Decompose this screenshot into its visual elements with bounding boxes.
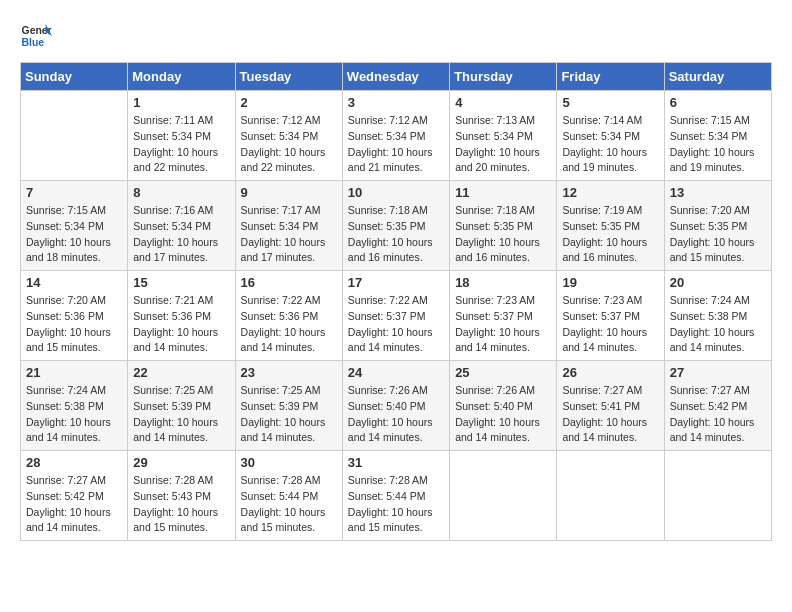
day-info: Sunrise: 7:28 AMSunset: 5:44 PMDaylight:… <box>348 473 444 536</box>
day-number: 20 <box>670 275 766 290</box>
day-info: Sunrise: 7:23 AMSunset: 5:37 PMDaylight:… <box>455 293 551 356</box>
weekday-monday: Monday <box>128 63 235 91</box>
calendar-cell: 4Sunrise: 7:13 AMSunset: 5:34 PMDaylight… <box>450 91 557 181</box>
weekday-friday: Friday <box>557 63 664 91</box>
day-number: 26 <box>562 365 658 380</box>
day-info: Sunrise: 7:27 AMSunset: 5:42 PMDaylight:… <box>670 383 766 446</box>
calendar-cell: 26Sunrise: 7:27 AMSunset: 5:41 PMDayligh… <box>557 361 664 451</box>
week-row-0: 1Sunrise: 7:11 AMSunset: 5:34 PMDaylight… <box>21 91 772 181</box>
calendar-cell: 23Sunrise: 7:25 AMSunset: 5:39 PMDayligh… <box>235 361 342 451</box>
day-number: 31 <box>348 455 444 470</box>
day-info: Sunrise: 7:14 AMSunset: 5:34 PMDaylight:… <box>562 113 658 176</box>
day-info: Sunrise: 7:25 AMSunset: 5:39 PMDaylight:… <box>133 383 229 446</box>
day-number: 21 <box>26 365 122 380</box>
calendar-cell: 31Sunrise: 7:28 AMSunset: 5:44 PMDayligh… <box>342 451 449 541</box>
day-info: Sunrise: 7:23 AMSunset: 5:37 PMDaylight:… <box>562 293 658 356</box>
day-info: Sunrise: 7:22 AMSunset: 5:36 PMDaylight:… <box>241 293 337 356</box>
day-info: Sunrise: 7:18 AMSunset: 5:35 PMDaylight:… <box>455 203 551 266</box>
day-number: 12 <box>562 185 658 200</box>
weekday-wednesday: Wednesday <box>342 63 449 91</box>
day-number: 11 <box>455 185 551 200</box>
calendar-cell: 30Sunrise: 7:28 AMSunset: 5:44 PMDayligh… <box>235 451 342 541</box>
day-number: 22 <box>133 365 229 380</box>
calendar-table: SundayMondayTuesdayWednesdayThursdayFrid… <box>20 62 772 541</box>
calendar-cell: 25Sunrise: 7:26 AMSunset: 5:40 PMDayligh… <box>450 361 557 451</box>
calendar-cell: 29Sunrise: 7:28 AMSunset: 5:43 PMDayligh… <box>128 451 235 541</box>
calendar-cell <box>450 451 557 541</box>
day-info: Sunrise: 7:28 AMSunset: 5:44 PMDaylight:… <box>241 473 337 536</box>
weekday-saturday: Saturday <box>664 63 771 91</box>
day-number: 29 <box>133 455 229 470</box>
calendar-cell: 15Sunrise: 7:21 AMSunset: 5:36 PMDayligh… <box>128 271 235 361</box>
calendar-cell: 28Sunrise: 7:27 AMSunset: 5:42 PMDayligh… <box>21 451 128 541</box>
day-info: Sunrise: 7:22 AMSunset: 5:37 PMDaylight:… <box>348 293 444 356</box>
week-row-2: 14Sunrise: 7:20 AMSunset: 5:36 PMDayligh… <box>21 271 772 361</box>
day-number: 16 <box>241 275 337 290</box>
day-info: Sunrise: 7:19 AMSunset: 5:35 PMDaylight:… <box>562 203 658 266</box>
calendar-cell: 6Sunrise: 7:15 AMSunset: 5:34 PMDaylight… <box>664 91 771 181</box>
day-number: 15 <box>133 275 229 290</box>
day-number: 6 <box>670 95 766 110</box>
calendar-cell: 17Sunrise: 7:22 AMSunset: 5:37 PMDayligh… <box>342 271 449 361</box>
day-info: Sunrise: 7:27 AMSunset: 5:42 PMDaylight:… <box>26 473 122 536</box>
calendar-cell: 21Sunrise: 7:24 AMSunset: 5:38 PMDayligh… <box>21 361 128 451</box>
day-info: Sunrise: 7:18 AMSunset: 5:35 PMDaylight:… <box>348 203 444 266</box>
calendar-cell <box>557 451 664 541</box>
logo-icon: General Blue <box>20 20 52 52</box>
day-number: 10 <box>348 185 444 200</box>
day-info: Sunrise: 7:26 AMSunset: 5:40 PMDaylight:… <box>348 383 444 446</box>
day-number: 28 <box>26 455 122 470</box>
day-info: Sunrise: 7:17 AMSunset: 5:34 PMDaylight:… <box>241 203 337 266</box>
calendar-cell: 22Sunrise: 7:25 AMSunset: 5:39 PMDayligh… <box>128 361 235 451</box>
calendar-cell: 7Sunrise: 7:15 AMSunset: 5:34 PMDaylight… <box>21 181 128 271</box>
calendar-cell: 18Sunrise: 7:23 AMSunset: 5:37 PMDayligh… <box>450 271 557 361</box>
day-info: Sunrise: 7:12 AMSunset: 5:34 PMDaylight:… <box>348 113 444 176</box>
calendar-cell: 2Sunrise: 7:12 AMSunset: 5:34 PMDaylight… <box>235 91 342 181</box>
week-row-3: 21Sunrise: 7:24 AMSunset: 5:38 PMDayligh… <box>21 361 772 451</box>
weekday-sunday: Sunday <box>21 63 128 91</box>
calendar-cell <box>21 91 128 181</box>
calendar-cell <box>664 451 771 541</box>
calendar-cell: 20Sunrise: 7:24 AMSunset: 5:38 PMDayligh… <box>664 271 771 361</box>
week-row-4: 28Sunrise: 7:27 AMSunset: 5:42 PMDayligh… <box>21 451 772 541</box>
day-number: 4 <box>455 95 551 110</box>
day-number: 13 <box>670 185 766 200</box>
day-info: Sunrise: 7:24 AMSunset: 5:38 PMDaylight:… <box>670 293 766 356</box>
calendar-cell: 13Sunrise: 7:20 AMSunset: 5:35 PMDayligh… <box>664 181 771 271</box>
day-number: 14 <box>26 275 122 290</box>
day-info: Sunrise: 7:11 AMSunset: 5:34 PMDaylight:… <box>133 113 229 176</box>
calendar-cell: 11Sunrise: 7:18 AMSunset: 5:35 PMDayligh… <box>450 181 557 271</box>
day-info: Sunrise: 7:16 AMSunset: 5:34 PMDaylight:… <box>133 203 229 266</box>
day-info: Sunrise: 7:26 AMSunset: 5:40 PMDaylight:… <box>455 383 551 446</box>
page-header: General Blue <box>20 20 772 52</box>
day-number: 25 <box>455 365 551 380</box>
weekday-header-row: SundayMondayTuesdayWednesdayThursdayFrid… <box>21 63 772 91</box>
day-number: 27 <box>670 365 766 380</box>
calendar-cell: 27Sunrise: 7:27 AMSunset: 5:42 PMDayligh… <box>664 361 771 451</box>
weekday-thursday: Thursday <box>450 63 557 91</box>
day-number: 7 <box>26 185 122 200</box>
day-number: 9 <box>241 185 337 200</box>
day-info: Sunrise: 7:28 AMSunset: 5:43 PMDaylight:… <box>133 473 229 536</box>
day-number: 19 <box>562 275 658 290</box>
logo: General Blue <box>20 20 52 52</box>
calendar-cell: 12Sunrise: 7:19 AMSunset: 5:35 PMDayligh… <box>557 181 664 271</box>
day-info: Sunrise: 7:12 AMSunset: 5:34 PMDaylight:… <box>241 113 337 176</box>
calendar-cell: 24Sunrise: 7:26 AMSunset: 5:40 PMDayligh… <box>342 361 449 451</box>
day-number: 30 <box>241 455 337 470</box>
calendar-cell: 16Sunrise: 7:22 AMSunset: 5:36 PMDayligh… <box>235 271 342 361</box>
day-number: 24 <box>348 365 444 380</box>
calendar-cell: 3Sunrise: 7:12 AMSunset: 5:34 PMDaylight… <box>342 91 449 181</box>
day-info: Sunrise: 7:21 AMSunset: 5:36 PMDaylight:… <box>133 293 229 356</box>
day-info: Sunrise: 7:25 AMSunset: 5:39 PMDaylight:… <box>241 383 337 446</box>
day-number: 23 <box>241 365 337 380</box>
day-number: 17 <box>348 275 444 290</box>
weekday-tuesday: Tuesday <box>235 63 342 91</box>
day-number: 18 <box>455 275 551 290</box>
day-info: Sunrise: 7:13 AMSunset: 5:34 PMDaylight:… <box>455 113 551 176</box>
day-number: 8 <box>133 185 229 200</box>
day-info: Sunrise: 7:20 AMSunset: 5:35 PMDaylight:… <box>670 203 766 266</box>
day-info: Sunrise: 7:27 AMSunset: 5:41 PMDaylight:… <box>562 383 658 446</box>
calendar-cell: 9Sunrise: 7:17 AMSunset: 5:34 PMDaylight… <box>235 181 342 271</box>
calendar-cell: 5Sunrise: 7:14 AMSunset: 5:34 PMDaylight… <box>557 91 664 181</box>
